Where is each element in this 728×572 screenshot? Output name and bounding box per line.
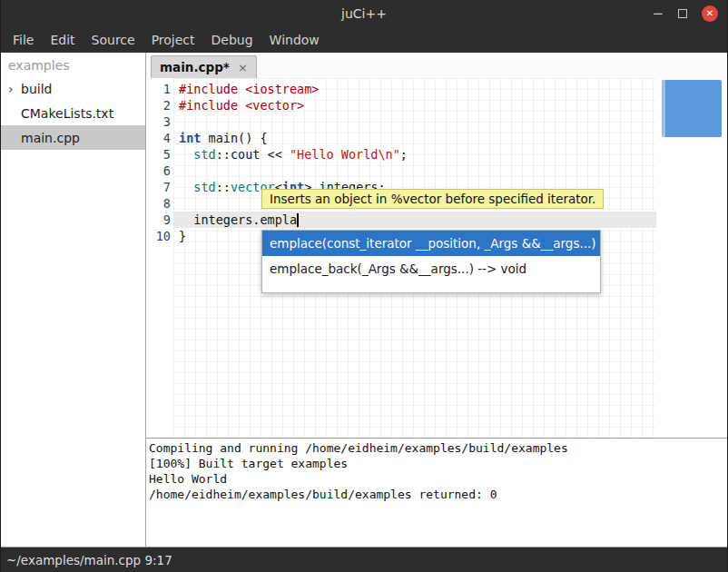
- line-number: 7: [146, 179, 171, 195]
- editor-line[interactable]: 4int main() {: [146, 130, 727, 146]
- menu-item-edit[interactable]: Edit: [42, 27, 83, 53]
- doc-tooltip: Inserts an object in %vector before spec…: [261, 189, 604, 209]
- line-number: 6: [146, 163, 171, 179]
- token-pre: #include <vector>: [179, 98, 304, 113]
- code-text: [171, 163, 179, 179]
- completion-item[interactable]: emplace(const_iterator __position, _Args…: [262, 231, 600, 256]
- terminal-output[interactable]: Compiling and running /home/eidheim/exam…: [146, 438, 727, 547]
- code-text: int main() {: [171, 130, 268, 146]
- restore-icon[interactable]: [678, 9, 687, 18]
- completion-popup: emplace(const_iterator __position, _Args…: [261, 230, 601, 293]
- code-text: [171, 195, 179, 212]
- line-number: 5: [146, 146, 171, 163]
- tab-close-icon[interactable]: ×: [238, 61, 248, 74]
- tab-main-cpp[interactable]: main.cpp* ×: [151, 55, 257, 78]
- token-kw: int: [179, 131, 201, 145]
- minimize-icon[interactable]: −: [652, 7, 664, 21]
- statusbar: ~/examples/main.cpp 9:17: [1, 547, 727, 572]
- sidebar-item-cmakelists-txt[interactable]: CMakeLists.txt: [1, 101, 145, 125]
- line-number: 3: [146, 113, 171, 130]
- token-p: ::: [216, 180, 231, 194]
- code-editor[interactable]: 1#include <iostream>2#include <vector>34…: [146, 78, 727, 438]
- line-number: 8: [146, 195, 171, 212]
- content-area: main.cpp* × 1#include <iostream>2#includ…: [146, 53, 727, 547]
- code-text: }: [171, 228, 186, 244]
- token-p: ;: [400, 147, 408, 162]
- code-text: #include <iostream>: [171, 81, 319, 97]
- editor-line[interactable]: 6: [146, 163, 727, 179]
- editor-lines: 1#include <iostream>2#include <vector>34…: [146, 81, 727, 244]
- token-str: "Hello World\n": [290, 147, 400, 162]
- close-icon[interactable]: ✕: [702, 5, 718, 22]
- token-p: ::cout <<: [216, 147, 290, 162]
- file-tree-panel: examples ›buildCMakeLists.txtmain.cpp: [1, 53, 146, 547]
- menu-item-window[interactable]: Window: [261, 27, 328, 53]
- app-window: juCi++ − ✕ FileEditSourceProjectDebugWin…: [0, 0, 728, 572]
- token-ns: std: [193, 180, 215, 194]
- line-number: 2: [146, 97, 171, 113]
- line-number: 9: [146, 212, 171, 228]
- file-tree: ›buildCMakeLists.txtmain.cpp: [1, 76, 145, 150]
- main-area: examples ›buildCMakeLists.txtmain.cpp ma…: [1, 53, 727, 547]
- token-ns: std: [193, 147, 215, 162]
- sidebar-item-main-cpp[interactable]: main.cpp: [1, 125, 145, 150]
- code-text: [171, 113, 179, 130]
- completion-item[interactable]: emplace_back(_Args &&__args...) --> void: [262, 256, 600, 281]
- sidebar-item-build[interactable]: ›build: [1, 76, 145, 101]
- line-number: 10: [146, 228, 171, 244]
- menu-item-project[interactable]: Project: [143, 27, 203, 53]
- menu-item-debug[interactable]: Debug: [203, 27, 261, 53]
- token-p: }: [179, 229, 186, 243]
- sidebar-item-label: CMakeLists.txt: [21, 106, 113, 121]
- line-number: 4: [146, 130, 171, 146]
- sidebar-item-label: main.cpp: [21, 131, 80, 145]
- editor-line[interactable]: 5 std::cout << "Hello World\n";: [146, 146, 727, 163]
- editor-line[interactable]: 2#include <vector>: [146, 97, 727, 113]
- editor-line[interactable]: 9 integers.empla: [146, 212, 727, 228]
- code-text: integers.empla: [171, 212, 299, 228]
- code-text: #include <vector>: [171, 97, 304, 113]
- tab-label: main.cpp*: [160, 60, 230, 74]
- code-text: std::cout << "Hello World\n";: [171, 146, 408, 163]
- file-tree-header: examples: [1, 53, 145, 76]
- token-pre: #include <iostream>: [179, 82, 319, 96]
- window-controls: − ✕: [652, 0, 718, 27]
- line-number: 1: [146, 81, 171, 97]
- menu-item-file[interactable]: File: [5, 27, 42, 53]
- token-p: [179, 147, 193, 162]
- terminal-line: Hello World: [149, 471, 727, 487]
- chevron-right-icon[interactable]: ›: [8, 82, 21, 96]
- sidebar-item-label: build: [21, 82, 52, 96]
- terminal-line: Compiling and running /home/eidheim/exam…: [149, 440, 727, 456]
- status-file-position: ~/examples/main.cpp 9:17: [6, 553, 172, 567]
- token-p: integers.empla: [179, 212, 297, 227]
- menu-item-source[interactable]: Source: [84, 27, 143, 53]
- titlebar: juCi++ − ✕: [1, 0, 727, 27]
- tabbar: main.cpp* ×: [146, 53, 727, 78]
- editor-line[interactable]: 1#include <iostream>: [146, 81, 727, 97]
- menubar: FileEditSourceProjectDebugWindow: [1, 27, 727, 53]
- token-p: main() {: [201, 131, 267, 145]
- token-p: [179, 180, 193, 194]
- editor-line[interactable]: 3: [146, 113, 727, 130]
- window-title: juCi++: [1, 0, 727, 27]
- terminal-line: /home/eidheim/examples/build/examples re…: [149, 487, 727, 502]
- terminal-line: [100%] Built target examples: [149, 456, 727, 471]
- text-caret: [297, 213, 299, 227]
